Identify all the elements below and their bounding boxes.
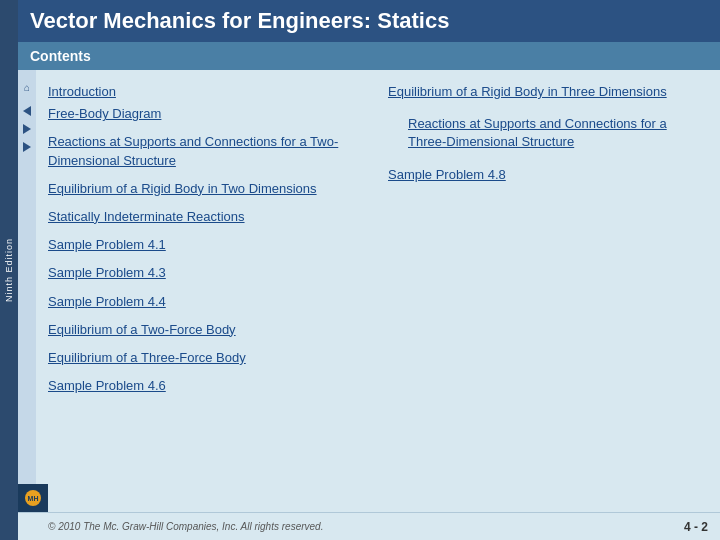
page-title: Vector Mechanics for Engineers: Statics bbox=[30, 8, 449, 34]
arrow-left-icon[interactable] bbox=[20, 104, 34, 118]
contents-label: Contents bbox=[30, 48, 91, 64]
content-columns: Introduction Free-Body Diagram Reactions… bbox=[36, 70, 720, 512]
link-sample-4-6[interactable]: Sample Problem 4.6 bbox=[48, 376, 368, 396]
link-equilibrium-three[interactable]: Equilibrium of a Rigid Body in Three Dim… bbox=[388, 82, 708, 102]
link-equilibrium-three-force[interactable]: Equilibrium of a Three-Force Body bbox=[48, 348, 368, 368]
contents-bar: Contents bbox=[18, 42, 720, 70]
link-reactions-two[interactable]: Reactions at Supports and Connections fo… bbox=[48, 132, 368, 170]
logo-text: MH bbox=[28, 495, 39, 502]
arrow-right-icon-2[interactable] bbox=[20, 140, 34, 154]
link-free-body[interactable]: Free-Body Diagram bbox=[48, 104, 368, 124]
link-sample-4-1[interactable]: Sample Problem 4.1 bbox=[48, 235, 368, 255]
body-area: ⌂ Introduction Free-Body Diagram Reactio… bbox=[18, 70, 720, 512]
arrow-right-icon[interactable] bbox=[20, 122, 34, 136]
main-container: Vector Mechanics for Engineers: Statics … bbox=[18, 0, 720, 540]
right-column: Equilibrium of a Rigid Body in Three Dim… bbox=[388, 82, 708, 500]
link-sample-4-3[interactable]: Sample Problem 4.3 bbox=[48, 263, 368, 283]
link-equilibrium-two[interactable]: Equilibrium of a Rigid Body in Two Dimen… bbox=[48, 179, 368, 199]
edition-strip: Ninth Edition bbox=[0, 0, 18, 540]
left-nav: ⌂ bbox=[18, 70, 36, 512]
link-sample-4-4[interactable]: Sample Problem 4.4 bbox=[48, 292, 368, 312]
link-introduction[interactable]: Introduction bbox=[48, 82, 368, 102]
header: Vector Mechanics for Engineers: Statics bbox=[18, 0, 720, 42]
home-icon[interactable]: ⌂ bbox=[20, 80, 34, 94]
copyright-text: © 2010 The Mc. Graw-Hill Companies, Inc.… bbox=[48, 521, 323, 532]
link-reactions-three[interactable]: Reactions at Supports and Connections fo… bbox=[408, 114, 708, 152]
page-number: 4 - 2 bbox=[684, 520, 708, 534]
link-equilibrium-two-force[interactable]: Equilibrium of a Two-Force Body bbox=[48, 320, 368, 340]
mcgraw-logo: MH bbox=[18, 484, 48, 512]
edition-text: Ninth Edition bbox=[4, 238, 14, 302]
left-column: Introduction Free-Body Diagram Reactions… bbox=[48, 82, 368, 500]
footer: © 2010 The Mc. Graw-Hill Companies, Inc.… bbox=[18, 512, 720, 540]
link-sample-4-8[interactable]: Sample Problem 4.8 bbox=[388, 165, 708, 185]
logo-circle: MH bbox=[25, 490, 41, 506]
link-statically-indeterminate[interactable]: Statically Indeterminate Reactions bbox=[48, 207, 368, 227]
